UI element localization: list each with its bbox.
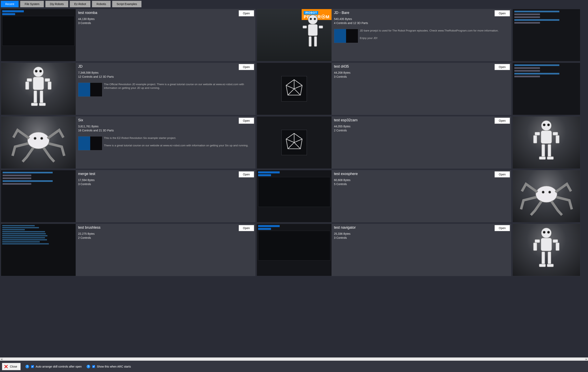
project-thumbnail — [257, 170, 332, 222]
open-button[interactable]: Open — [494, 10, 510, 16]
svg-point-27 — [547, 124, 550, 126]
project-info: test navigator 25,336 Bytes 3 Controls — [332, 224, 511, 276]
project-description: This is the EZ-Robot Revolution Six exam… — [104, 136, 248, 148]
project-card-partial[interactable] — [513, 63, 580, 115]
project-size: 44,208 Bytes — [334, 71, 509, 75]
svg-rect-7 — [314, 36, 317, 46]
svg-point-10 — [39, 70, 42, 73]
open-button[interactable]: Open — [239, 225, 254, 231]
project-thumbnail — [513, 63, 580, 115]
svg-rect-47 — [556, 243, 559, 251]
svg-point-39 — [548, 191, 551, 193]
svg-rect-3 — [308, 24, 317, 36]
help-icon[interactable]: ? — [25, 365, 29, 368]
tab-ez-robot[interactable]: Ez-Robot — [70, 1, 90, 7]
project-controls: 3 Controls — [334, 75, 509, 79]
open-button[interactable]: Open — [239, 118, 254, 124]
project-controls: 2 Controls — [78, 236, 253, 240]
auto-arrange-checkbox[interactable] — [31, 365, 34, 368]
project-card[interactable]: merge test 17,594 Bytes 3 Controls Open — [1, 170, 255, 223]
open-button[interactable]: Open — [239, 64, 254, 70]
svg-point-8 — [33, 67, 43, 77]
project-card[interactable]: test exosphere 60,608 Bytes 5 Controls O… — [257, 170, 511, 223]
open-button[interactable]: Open — [494, 171, 510, 177]
svg-point-22 — [34, 137, 36, 139]
project-title: JD - Bare — [334, 11, 509, 15]
scroll-track[interactable] — [3, 358, 585, 361]
project-info: JD 7,348,598 Bytes 12 Controls and 12 3D… — [76, 63, 255, 115]
close-label: Close — [10, 365, 17, 368]
tab-robotis[interactable]: Robotis — [92, 1, 110, 7]
project-card[interactable]: test d435 44,208 Bytes 3 Controls Open — [257, 63, 511, 115]
horizontal-scrollbar[interactable]: ◄ ► — [0, 358, 588, 361]
project-controls: 16 Controls and 21 3D Parts — [78, 128, 253, 132]
svg-rect-46 — [534, 243, 537, 251]
svg-point-21 — [27, 132, 49, 149]
scroll-right-arrow[interactable]: ► — [585, 358, 588, 361]
project-card-partial[interactable] — [513, 224, 580, 276]
option-show-on-start: ? Show this when ARC starts — [87, 364, 131, 369]
project-card[interactable]: JD 7,348,598 Bytes 12 Controls and 12 3D… — [1, 63, 255, 115]
svg-rect-34 — [548, 144, 551, 157]
project-size: 44,130 Bytes — [78, 17, 253, 21]
svg-rect-32 — [556, 135, 559, 143]
tab-file-system[interactable]: File System — [20, 1, 44, 7]
project-card[interactable]: iROBOTPROGR⦿M — [257, 9, 511, 61]
svg-rect-50 — [539, 264, 546, 267]
project-description: The Official Revolution JD example proje… — [104, 83, 253, 90]
project-card[interactable]: test brushless 22,275 Bytes 2 Controls O… — [1, 224, 255, 276]
option-auto-arrange: ? Auto arrange skill controls after open — [25, 364, 82, 369]
project-title: merge test — [78, 172, 253, 176]
svg-rect-18 — [31, 103, 38, 106]
project-card[interactable]: test navigator 25,336 Bytes 3 Controls O… — [257, 224, 511, 276]
project-card[interactable]: test roomba 44,130 Bytes 3 Controls Open — [1, 9, 255, 61]
svg-point-9 — [35, 70, 38, 73]
show-on-start-checkbox[interactable] — [92, 365, 95, 368]
project-title: test navigator — [334, 225, 509, 230]
open-button[interactable]: Open — [239, 10, 254, 16]
svg-point-42 — [547, 231, 550, 234]
project-row: Six 3,811,761 Bytes 16 Controls and 21 3… — [1, 116, 587, 169]
project-thumbnail — [257, 224, 332, 276]
project-card-partial[interactable] — [513, 9, 580, 61]
project-card[interactable]: Six 3,811,761 Bytes 16 Controls and 21 3… — [1, 116, 255, 169]
project-row: test brushless 22,275 Bytes 2 Controls O… — [1, 224, 587, 276]
svg-rect-4 — [303, 26, 307, 28]
svg-rect-14 — [25, 82, 29, 89]
scroll-left-arrow[interactable]: ◄ — [0, 358, 3, 361]
help-icon[interactable]: ? — [87, 365, 90, 368]
open-button[interactable]: Open — [239, 171, 254, 177]
project-card[interactable]: test esp32cam 44,055 Bytes 2 Controls Op… — [257, 116, 511, 169]
scroll-area[interactable]: test roomba 44,130 Bytes 3 Controls Open… — [0, 9, 588, 358]
open-button[interactable]: Open — [494, 64, 510, 70]
project-info: JD - Bare 540,435 Bytes 4 Controls and 1… — [332, 9, 511, 61]
project-title: test exosphere — [334, 172, 509, 176]
svg-rect-17 — [40, 91, 43, 103]
svg-rect-35 — [539, 157, 546, 159]
project-card-partial[interactable] — [513, 116, 580, 169]
svg-rect-44 — [535, 239, 540, 243]
close-button[interactable]: Close — [2, 363, 21, 370]
project-info: test roomba 44,130 Bytes 3 Controls — [76, 9, 255, 61]
tab-diy-robots[interactable]: Diy Robots — [45, 1, 68, 7]
project-row: JD 7,348,598 Bytes 12 Controls and 12 3D… — [1, 63, 587, 115]
tab-recent[interactable]: Recent — [1, 1, 19, 7]
project-card-partial[interactable] — [513, 170, 580, 223]
project-grid: test roomba 44,130 Bytes 3 Controls Open… — [0, 9, 588, 276]
svg-rect-43 — [541, 238, 552, 251]
svg-rect-29 — [535, 132, 540, 135]
svg-rect-31 — [534, 135, 537, 143]
project-controls: 3 Controls — [78, 21, 253, 25]
svg-rect-19 — [39, 103, 46, 106]
open-button[interactable]: Open — [494, 118, 510, 124]
project-row: test roomba 44,130 Bytes 3 Controls Open… — [1, 9, 587, 61]
svg-rect-15 — [48, 82, 51, 89]
svg-point-1 — [310, 18, 312, 20]
tab-script-examples[interactable]: Script Examples — [112, 1, 141, 7]
project-row: merge test 17,594 Bytes 3 Controls Open … — [1, 170, 587, 223]
open-button[interactable]: Open — [494, 225, 510, 231]
project-info: Six 3,811,761 Bytes 16 Controls and 21 3… — [76, 117, 255, 169]
svg-rect-6 — [309, 36, 311, 46]
svg-rect-48 — [542, 252, 545, 264]
description-thumbnail — [334, 29, 358, 43]
